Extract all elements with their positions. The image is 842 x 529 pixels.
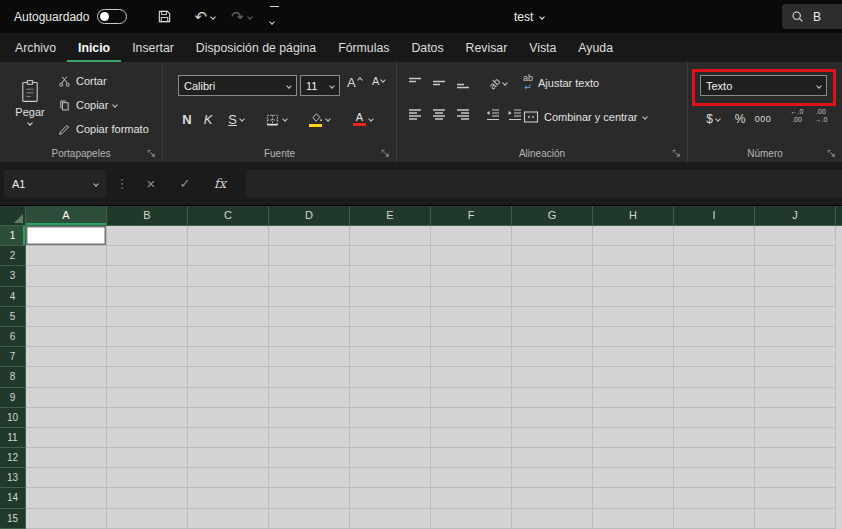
cell-I2[interactable] xyxy=(674,246,755,266)
cell-D14[interactable] xyxy=(269,488,350,508)
underline-button[interactable]: S xyxy=(219,108,253,130)
cell-F12[interactable] xyxy=(431,448,512,468)
row-header-4[interactable]: 4 xyxy=(0,287,26,307)
cell-H9[interactable] xyxy=(593,388,674,408)
cancel-button[interactable]: × xyxy=(140,170,162,197)
cell-D5[interactable] xyxy=(269,307,350,327)
cell-A12[interactable] xyxy=(26,448,107,468)
cell-J8[interactable] xyxy=(755,367,836,387)
cell-I12[interactable] xyxy=(674,448,755,468)
cell-F2[interactable] xyxy=(431,246,512,266)
font-dialog-launcher[interactable] xyxy=(381,149,390,158)
cell-J14[interactable] xyxy=(755,488,836,508)
cell-B11[interactable] xyxy=(107,428,188,448)
cell-G14[interactable] xyxy=(512,488,593,508)
cell-D10[interactable] xyxy=(269,408,350,428)
redo-button[interactable]: ↷ xyxy=(231,9,252,24)
cell-C10[interactable] xyxy=(188,408,269,428)
row-header-2[interactable]: 2 xyxy=(0,246,26,266)
cell-D9[interactable] xyxy=(269,388,350,408)
cell-C1[interactable] xyxy=(188,226,269,246)
cut-button[interactable]: Cortar xyxy=(58,72,107,90)
cell-G1[interactable] xyxy=(512,226,593,246)
cell-E2[interactable] xyxy=(350,246,431,266)
column-header-E[interactable]: E xyxy=(350,206,431,226)
row-header-11[interactable]: 11 xyxy=(0,428,26,448)
cell-A1[interactable] xyxy=(26,226,107,246)
decrease-indent-button[interactable] xyxy=(483,106,503,124)
comma-style-button[interactable]: 000 xyxy=(750,108,776,130)
cell-C4[interactable] xyxy=(188,287,269,307)
paste-button[interactable]: Pegar xyxy=(7,68,53,136)
cell-F14[interactable] xyxy=(431,488,512,508)
cell-G15[interactable] xyxy=(512,509,593,529)
cell-H5[interactable] xyxy=(593,307,674,327)
column-header-I[interactable]: I xyxy=(674,206,755,226)
wrap-text-button[interactable]: ab ↵ Ajustar texto xyxy=(523,72,599,94)
cell-C12[interactable] xyxy=(188,448,269,468)
cell-A2[interactable] xyxy=(26,246,107,266)
cell-A4[interactable] xyxy=(26,287,107,307)
tab-archivo[interactable]: Archivo xyxy=(4,33,67,62)
cell-I7[interactable] xyxy=(674,347,755,367)
tab-vista[interactable]: Vista xyxy=(518,33,567,62)
row-header-3[interactable]: 3 xyxy=(0,266,26,286)
row-header-6[interactable]: 6 xyxy=(0,327,26,347)
cell-J1[interactable] xyxy=(755,226,836,246)
cell-G11[interactable] xyxy=(512,428,593,448)
cell-I15[interactable] xyxy=(674,509,755,529)
tab-datos[interactable]: Datos xyxy=(400,33,454,62)
save-button[interactable] xyxy=(157,9,172,24)
cell-H4[interactable] xyxy=(593,287,674,307)
cell-C8[interactable] xyxy=(188,367,269,387)
cell-C13[interactable] xyxy=(188,468,269,488)
row-header-1[interactable]: 1 xyxy=(0,226,26,246)
accounting-format-button[interactable]: $ xyxy=(700,108,726,130)
decrease-decimal-button[interactable]: .00 →.0 xyxy=(810,108,832,124)
cell-A9[interactable] xyxy=(26,388,107,408)
cell-E15[interactable] xyxy=(350,509,431,529)
cell-F8[interactable] xyxy=(431,367,512,387)
cell-F9[interactable] xyxy=(431,388,512,408)
column-header-F[interactable]: F xyxy=(431,206,512,226)
row-header-13[interactable]: 13 xyxy=(0,468,26,488)
cell-A5[interactable] xyxy=(26,307,107,327)
column-header-D[interactable]: D xyxy=(269,206,350,226)
cell-J13[interactable] xyxy=(755,468,836,488)
cell-A10[interactable] xyxy=(26,408,107,428)
align-center-button[interactable] xyxy=(429,106,449,124)
row-header-8[interactable]: 8 xyxy=(0,367,26,387)
cell-G9[interactable] xyxy=(512,388,593,408)
cell-H13[interactable] xyxy=(593,468,674,488)
cell-A13[interactable] xyxy=(26,468,107,488)
cell-B10[interactable] xyxy=(107,408,188,428)
tab-ayuda[interactable]: Ayuda xyxy=(567,33,624,62)
cell-H2[interactable] xyxy=(593,246,674,266)
font-name-combobox[interactable]: Calibri xyxy=(178,75,297,96)
cell-F7[interactable] xyxy=(431,347,512,367)
format-painter-button[interactable]: Copiar formato xyxy=(58,120,149,138)
grow-font-button[interactable]: A xyxy=(347,75,362,96)
increase-indent-button[interactable] xyxy=(505,106,525,124)
cell-H6[interactable] xyxy=(593,327,674,347)
cell-F3[interactable] xyxy=(431,266,512,286)
cell-H1[interactable] xyxy=(593,226,674,246)
cell-H12[interactable] xyxy=(593,448,674,468)
cell-B13[interactable] xyxy=(107,468,188,488)
cell-F13[interactable] xyxy=(431,468,512,488)
cell-B6[interactable] xyxy=(107,327,188,347)
cell-D4[interactable] xyxy=(269,287,350,307)
cell-B12[interactable] xyxy=(107,448,188,468)
cell-J12[interactable] xyxy=(755,448,836,468)
cell-E9[interactable] xyxy=(350,388,431,408)
cell-J10[interactable] xyxy=(755,408,836,428)
cell-A14[interactable] xyxy=(26,488,107,508)
cell-B4[interactable] xyxy=(107,287,188,307)
enter-button[interactable]: ✓ xyxy=(174,170,196,197)
cell-E6[interactable] xyxy=(350,327,431,347)
formula-input[interactable] xyxy=(246,170,842,197)
cell-C11[interactable] xyxy=(188,428,269,448)
cell-A3[interactable] xyxy=(26,266,107,286)
cell-B9[interactable] xyxy=(107,388,188,408)
cell-E13[interactable] xyxy=(350,468,431,488)
